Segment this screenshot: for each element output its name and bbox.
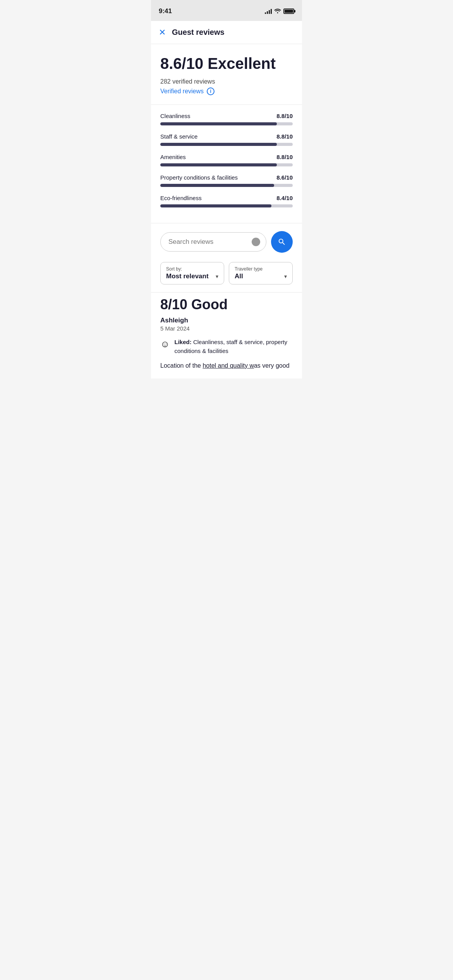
traveller-type-chevron-icon: ▾ xyxy=(284,273,287,279)
progress-fill-3 xyxy=(160,184,274,187)
score-value-1: 8.8/10 xyxy=(276,133,293,140)
liked-label: Liked: xyxy=(175,339,192,345)
status-time: 9:41 xyxy=(159,7,172,15)
score-label-1: Staff & service xyxy=(160,133,197,140)
search-section xyxy=(151,223,302,260)
sort-dropdown[interactable]: Sort by: Most relevant ▾ xyxy=(160,262,224,284)
progress-fill-2 xyxy=(160,163,277,166)
wifi-icon xyxy=(274,8,281,15)
signal-icon xyxy=(265,9,272,14)
progress-fill-0 xyxy=(160,122,277,125)
traveller-type-value-row: All ▾ xyxy=(235,272,287,280)
status-bar: 9:41 xyxy=(151,0,302,21)
header: ✕ Guest reviews xyxy=(151,21,302,44)
review-count: 282 verified reviews xyxy=(160,78,293,85)
liked-row: ☺ Liked: Cleanliness, staff & service, p… xyxy=(160,338,293,355)
rating-score: 8.6/10 xyxy=(160,55,203,72)
score-row-3: Property conditions & facilities 8.6/10 xyxy=(160,174,293,187)
score-label-row-3: Property conditions & facilities 8.6/10 xyxy=(160,174,293,181)
info-icon: i xyxy=(207,87,214,95)
score-value-2: 8.8/10 xyxy=(276,154,293,160)
reviewer-name: Ashleigh xyxy=(160,317,293,324)
filter-section: Sort by: Most relevant ▾ Traveller type … xyxy=(151,260,302,292)
score-row-2: Amenities 8.8/10 xyxy=(160,154,293,166)
rating-label: Excellent xyxy=(208,55,276,72)
search-icon xyxy=(278,238,286,246)
verified-label: Verified reviews xyxy=(160,88,204,95)
score-row-0: Cleanliness 8.8/10 xyxy=(160,113,293,125)
header-title: Guest reviews xyxy=(172,28,225,37)
progress-bg-2 xyxy=(160,163,293,166)
score-value-3: 8.6/10 xyxy=(276,174,293,181)
progress-bg-0 xyxy=(160,122,293,125)
rating-section: 8.6/10 Excellent 282 verified reviews Ve… xyxy=(151,44,302,105)
review-date: 5 Mar 2024 xyxy=(160,325,293,332)
verified-reviews-link[interactable]: Verified reviews i xyxy=(160,87,293,95)
search-button[interactable] xyxy=(271,231,293,253)
review-section: 8/10 Good Ashleigh 5 Mar 2024 ☺ Liked: C… xyxy=(151,293,302,379)
review-body: Location of the hotel and quality was ve… xyxy=(160,361,293,379)
sort-value: Most relevant xyxy=(166,272,209,280)
sort-value-row: Most relevant ▾ xyxy=(166,272,218,280)
score-label-4: Eco-friendliness xyxy=(160,195,202,201)
score-row-4: Eco-friendliness 8.4/10 xyxy=(160,195,293,207)
review-score: 8/10 xyxy=(160,296,187,312)
traveller-type-dropdown[interactable]: Traveller type All ▾ xyxy=(229,262,293,284)
scores-section: Cleanliness 8.8/10 Staff & service 8.8/1… xyxy=(151,105,302,223)
score-label-3: Property conditions & facilities xyxy=(160,174,238,181)
score-label-row-0: Cleanliness 8.8/10 xyxy=(160,113,293,119)
battery-icon xyxy=(283,9,294,14)
sort-label: Sort by: xyxy=(166,266,218,272)
score-label-row-1: Staff & service 8.8/10 xyxy=(160,133,293,140)
progress-fill-4 xyxy=(160,204,271,207)
overall-rating: 8.6/10 Excellent xyxy=(160,55,293,72)
underlined-text: hotel and quality w xyxy=(202,362,254,369)
sort-chevron-icon: ▾ xyxy=(216,273,218,279)
score-value-0: 8.8/10 xyxy=(276,113,293,119)
score-label-2: Amenities xyxy=(160,154,186,160)
score-row-1: Staff & service 8.8/10 xyxy=(160,133,293,146)
progress-bg-1 xyxy=(160,143,293,146)
search-input[interactable] xyxy=(160,232,266,252)
search-input-wrapper xyxy=(160,232,266,252)
traveller-type-label: Traveller type xyxy=(235,266,287,272)
score-label-row-4: Eco-friendliness 8.4/10 xyxy=(160,195,293,201)
progress-bg-4 xyxy=(160,204,293,207)
progress-bg-3 xyxy=(160,184,293,187)
traveller-type-value: All xyxy=(235,272,243,280)
review-label: Good xyxy=(191,296,228,312)
status-icons xyxy=(265,8,294,15)
score-label-0: Cleanliness xyxy=(160,113,190,119)
progress-fill-1 xyxy=(160,143,277,146)
review-rating: 8/10 Good xyxy=(160,296,293,313)
close-button[interactable]: ✕ xyxy=(159,28,166,37)
liked-text: Liked: Cleanliness, staff & service, pro… xyxy=(175,338,293,355)
score-value-4: 8.4/10 xyxy=(276,195,293,201)
score-label-row-2: Amenities 8.8/10 xyxy=(160,154,293,160)
smiley-icon: ☺ xyxy=(160,339,170,350)
main-content: ✕ Guest reviews 8.6/10 Excellent 282 ver… xyxy=(151,21,302,379)
liked-items: Cleanliness, staff & service, property c… xyxy=(175,339,288,354)
mic-icon xyxy=(252,238,260,246)
